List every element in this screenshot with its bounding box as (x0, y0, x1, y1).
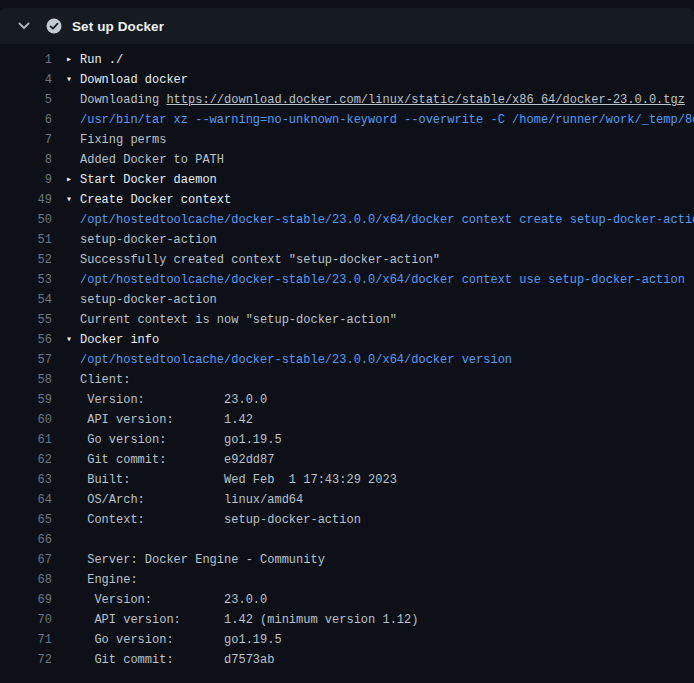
log-line[interactable]: 60 API version: 1.42 (0, 410, 694, 430)
log-line[interactable]: 69 Version: 23.0.0 (0, 590, 694, 610)
log-text: Successfully created context "setup-dock… (80, 250, 694, 270)
log-line[interactable]: 5 Downloading https://download.docker.co… (0, 90, 694, 110)
log-line[interactable]: 1 ▸ Run ./ (0, 50, 694, 70)
log-line[interactable]: 59 Version: 23.0.0 (0, 390, 694, 410)
line-number[interactable]: 62 (0, 450, 52, 470)
log-line[interactable]: 62 Git commit: e92dd87 (0, 450, 694, 470)
line-number[interactable]: 67 (0, 550, 52, 570)
line-number[interactable]: 51 (0, 230, 52, 250)
log-line[interactable]: 53 /opt/hostedtoolcache/docker-stable/23… (0, 270, 694, 290)
log-line[interactable]: 6 /usr/bin/tar xz --warning=no-unknown-k… (0, 110, 694, 130)
line-number[interactable]: 9 (0, 170, 52, 190)
log-text: Git commit: e92dd87 (80, 450, 694, 470)
log-line[interactable]: 64 OS/Arch: linux/amd64 (0, 490, 694, 510)
log-text: Go version: go1.19.5 (80, 630, 694, 650)
log-text: Engine: (80, 570, 694, 590)
log-line[interactable]: 49 ▾ Create Docker context (0, 190, 694, 210)
group-toggle-icon (66, 110, 80, 130)
log-line[interactable]: 61 Go version: go1.19.5 (0, 430, 694, 450)
line-number[interactable]: 71 (0, 630, 52, 650)
line-number[interactable]: 49 (0, 190, 52, 210)
line-number[interactable]: 68 (0, 570, 52, 590)
line-number[interactable]: 5 (0, 90, 52, 110)
line-number[interactable]: 64 (0, 490, 52, 510)
log-text: Downloading https://download.docker.com/… (80, 90, 694, 110)
line-number[interactable]: 55 (0, 310, 52, 330)
line-number[interactable]: 56 (0, 330, 52, 350)
log-text: Start Docker daemon (80, 170, 694, 190)
log-line[interactable]: 68 Engine: (0, 570, 694, 590)
log-line[interactable]: 58 Client: (0, 370, 694, 390)
group-toggle-icon (66, 630, 80, 650)
line-number[interactable]: 70 (0, 610, 52, 630)
line-number[interactable]: 6 (0, 110, 52, 130)
group-toggle-icon (66, 530, 80, 550)
line-number[interactable]: 57 (0, 350, 52, 370)
line-number[interactable]: 66 (0, 530, 52, 550)
line-number[interactable]: 69 (0, 590, 52, 610)
log-text: setup-docker-action (80, 230, 694, 250)
line-number[interactable]: 8 (0, 150, 52, 170)
group-toggle-icon[interactable]: ▾ (66, 70, 80, 90)
group-toggle-icon (66, 570, 80, 590)
log-text: Git commit: d7573ab (80, 650, 694, 670)
log-line[interactable]: 66 (0, 530, 694, 550)
log-line[interactable]: 55 Current context is now "setup-docker-… (0, 310, 694, 330)
log-text: API version: 1.42 (80, 410, 694, 430)
group-toggle-icon (66, 490, 80, 510)
group-toggle-icon (66, 390, 80, 410)
line-number[interactable]: 1 (0, 50, 52, 70)
log-text: /opt/hostedtoolcache/docker-stable/23.0.… (80, 270, 694, 290)
log-line[interactable]: 54 setup-docker-action (0, 290, 694, 310)
log-line[interactable]: 57 /opt/hostedtoolcache/docker-stable/23… (0, 350, 694, 370)
group-toggle-icon (66, 650, 80, 670)
line-number[interactable]: 72 (0, 650, 52, 670)
line-number[interactable]: 63 (0, 470, 52, 490)
group-toggle-icon (66, 370, 80, 390)
log-line[interactable]: 4 ▾ Download docker (0, 70, 694, 90)
line-number[interactable]: 50 (0, 210, 52, 230)
log-line[interactable]: 52 Successfully created context "setup-d… (0, 250, 694, 270)
group-toggle-icon (66, 510, 80, 530)
line-number[interactable]: 58 (0, 370, 52, 390)
line-number[interactable]: 60 (0, 410, 52, 430)
log-line[interactable]: 9 ▸ Start Docker daemon (0, 170, 694, 190)
log-text: Client: (80, 370, 694, 390)
group-toggle-icon (66, 590, 80, 610)
log-text: Fixing perms (80, 130, 694, 150)
log-line[interactable]: 7 Fixing perms (0, 130, 694, 150)
log-text: Download docker (80, 70, 694, 90)
log-line[interactable]: 67 Server: Docker Engine - Community (0, 550, 694, 570)
log-text: Added Docker to PATH (80, 150, 694, 170)
group-toggle-icon (66, 130, 80, 150)
log-line[interactable]: 65 Context: setup-docker-action (0, 510, 694, 530)
log-line[interactable]: 50 /opt/hostedtoolcache/docker-stable/23… (0, 210, 694, 230)
line-number[interactable]: 61 (0, 430, 52, 450)
line-number[interactable]: 52 (0, 250, 52, 270)
log-line[interactable]: 56 ▾ Docker info (0, 330, 694, 350)
line-number[interactable]: 59 (0, 390, 52, 410)
line-number[interactable]: 4 (0, 70, 52, 90)
log-line[interactable]: 63 Built: Wed Feb 1 17:43:29 2023 (0, 470, 694, 490)
step-header[interactable]: Set up Docker (0, 8, 694, 44)
log-line[interactable]: 71 Go version: go1.19.5 (0, 630, 694, 650)
line-number[interactable]: 53 (0, 270, 52, 290)
line-number[interactable]: 54 (0, 290, 52, 310)
group-toggle-icon[interactable]: ▸ (66, 170, 80, 190)
log-text: setup-docker-action (80, 290, 694, 310)
group-toggle-icon (66, 350, 80, 370)
chevron-down-icon[interactable] (16, 18, 32, 34)
log-text: Run ./ (80, 50, 694, 70)
line-number[interactable]: 65 (0, 510, 52, 530)
log-container[interactable]: 1 ▸ Run ./ 4 ▾ Download docker 5 Downloa… (0, 44, 694, 677)
log-line[interactable]: 8 Added Docker to PATH (0, 150, 694, 170)
group-toggle-icon[interactable]: ▾ (66, 190, 80, 210)
line-number[interactable]: 7 (0, 130, 52, 150)
log-url-link[interactable]: https://download.docker.com/linux/static… (166, 93, 684, 107)
group-toggle-icon (66, 430, 80, 450)
group-toggle-icon[interactable]: ▾ (66, 330, 80, 350)
log-line[interactable]: 72 Git commit: d7573ab (0, 650, 694, 670)
group-toggle-icon[interactable]: ▸ (66, 50, 80, 70)
log-line[interactable]: 70 API version: 1.42 (minimum version 1.… (0, 610, 694, 630)
log-line[interactable]: 51 setup-docker-action (0, 230, 694, 250)
